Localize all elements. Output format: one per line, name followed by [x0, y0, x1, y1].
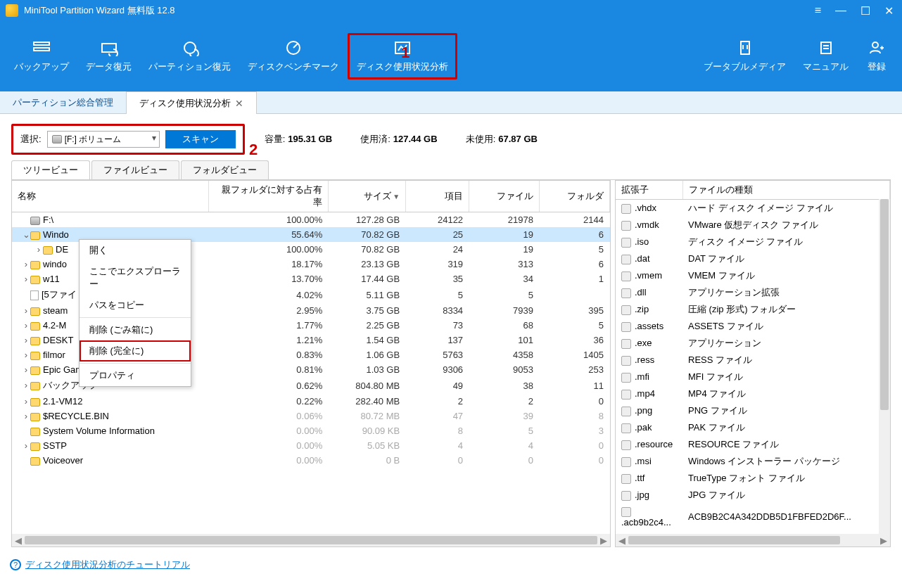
context-menu-item[interactable]: 開く	[80, 240, 191, 261]
extension-row[interactable]: .mfiMFI ファイル	[616, 369, 890, 385]
expand-caret-icon[interactable]: ›	[22, 411, 30, 421]
row-items: 5763	[406, 347, 469, 362]
tree-row[interactable]: ›2.1-VM120.22%282.40 MB220	[12, 394, 610, 409]
context-menu-item[interactable]: パスをコピー	[80, 295, 191, 316]
tool-data-recovery[interactable]: データ復元	[77, 34, 140, 79]
drive-select[interactable]: [F:] ボリューム ▾	[47, 131, 160, 148]
expand-caret-icon[interactable]: ›	[22, 335, 30, 345]
extension-row[interactable]: .exeアプリケーション	[616, 335, 890, 352]
tab-space-analyzer[interactable]: ディスク使用状況分析 ✕	[126, 91, 257, 114]
expand-caret-icon[interactable]: ›	[22, 364, 30, 375]
scrollbar-thumb[interactable]	[880, 199, 889, 410]
extension-row[interactable]: .isoディスク イメージ ファイル	[616, 234, 890, 250]
view-tab-tree[interactable]: ツリービュー	[11, 160, 90, 179]
ext-name: .zip	[635, 304, 649, 314]
col-extension[interactable]: 拡張子	[616, 181, 682, 200]
expand-caret-icon[interactable]: ›	[22, 350, 30, 360]
row-name: F:\	[43, 215, 53, 225]
scrollbar-thumb[interactable]	[25, 536, 597, 544]
minimize-button[interactable]: —	[832, 4, 849, 18]
maximize-button[interactable]: ☐	[858, 4, 873, 18]
folder-icon	[30, 366, 40, 375]
folder-icon	[30, 322, 40, 331]
tree-row[interactable]: F:\100.00%127.28 GB24122219782144	[12, 212, 610, 228]
extension-row[interactable]: .mp4MP4 ファイル	[616, 385, 890, 402]
tool-manual[interactable]: マニュアル	[794, 34, 857, 79]
extension-row[interactable]: .vmemVMEM ファイル	[616, 267, 890, 284]
col-name[interactable]: 名称	[12, 181, 209, 212]
expand-caret-icon[interactable]: ›	[22, 380, 30, 390]
col-files[interactable]: ファイル	[469, 181, 540, 212]
tool-backup[interactable]: バックアップ	[6, 34, 77, 79]
row-ratio: 0.00%	[209, 438, 329, 453]
col-filetype[interactable]: ファイルの種類	[682, 181, 890, 200]
tree-row[interactable]: ›$RECYCLE.BIN0.06%80.72 MB47398	[12, 409, 610, 423]
row-size: 70.82 GB	[329, 227, 406, 242]
horizontal-scrollbar[interactable]: ◀ ▶	[616, 534, 890, 547]
scroll-left-icon[interactable]: ◀	[12, 535, 25, 546]
main-tabs: パーティション総合管理 ディスク使用状況分析 ✕	[0, 91, 902, 114]
view-tab-file[interactable]: ファイルビュー	[91, 160, 179, 179]
extension-row[interactable]: .vhdxハード ディスク イメージ ファイル	[616, 200, 890, 217]
menu-icon[interactable]: ≡	[812, 4, 824, 18]
extension-row[interactable]: .dllアプリケーション拡張	[616, 284, 890, 301]
row-size: 3.75 GB	[329, 303, 406, 318]
context-menu-item[interactable]: 削除 (ごみ箱に)	[80, 319, 191, 340]
expand-caret-icon[interactable]: ›	[22, 259, 30, 269]
extension-row[interactable]: .datDAT ファイル	[616, 250, 890, 267]
extension-row[interactable]: .resourceRESOURCE ファイル	[616, 436, 890, 453]
tool-partition-recovery[interactable]: パーティション復元	[140, 34, 239, 79]
help-icon[interactable]: ?	[10, 559, 21, 570]
expand-caret-icon[interactable]: ›	[22, 274, 30, 284]
filetype-icon	[621, 423, 631, 433]
extension-row[interactable]: .vmdkVMware 仮想ディスク ファイル	[616, 217, 890, 234]
expand-caret-icon[interactable]: ›	[22, 396, 30, 407]
expand-caret-icon[interactable]: ›	[34, 244, 43, 255]
col-ratio[interactable]: 親フォルダに対する占有率	[209, 181, 329, 212]
row-items: 25	[406, 227, 469, 242]
row-size: 0 B	[329, 453, 406, 468]
expand-caret-icon[interactable]: ›	[22, 440, 30, 451]
col-items[interactable]: 項目	[406, 181, 469, 212]
tool-bootable-media[interactable]: ブータブルメディア	[695, 34, 794, 79]
scrollbar-thumb[interactable]	[628, 536, 840, 544]
expand-caret-icon[interactable]: ⌄	[22, 229, 30, 240]
tree-row[interactable]: ›SSTP0.00%5.05 KB440	[12, 438, 610, 453]
row-name: filmor	[43, 350, 65, 360]
col-folders[interactable]: フォルダ	[540, 181, 610, 212]
svg-rect-2	[102, 44, 116, 52]
tutorial-link[interactable]: ディスク使用状況分析のチュートリアル	[25, 558, 190, 571]
view-tab-folder[interactable]: フォルダビュー	[181, 160, 269, 179]
extension-row[interactable]: .ressRESS ファイル	[616, 352, 890, 369]
tab-partition-manager[interactable]: パーティション総合管理	[0, 91, 126, 113]
tree-row[interactable]: System Volume Information0.00%90.09 KB85…	[12, 423, 610, 438]
tool-label: ディスクベンチマーク	[248, 60, 339, 73]
context-menu-item[interactable]: プロパティ	[80, 365, 191, 386]
tool-register[interactable]: 登録	[857, 34, 896, 79]
context-menu-item[interactable]: 削除 (完全に)	[80, 340, 191, 362]
tool-benchmark[interactable]: ディスクベンチマーク	[239, 34, 348, 79]
footer: ? ディスク使用状況分析のチュートリアル	[0, 553, 902, 577]
col-size[interactable]: サイズ▼	[329, 181, 406, 212]
close-button[interactable]: ✕	[882, 4, 896, 18]
extension-row[interactable]: .acb9b2c4...ACB9B2C4A342DDB5D1FBFED2D6F.…	[616, 504, 890, 530]
extension-row[interactable]: .zip圧縮 (zip 形式) フォルダー	[616, 301, 890, 318]
scroll-right-icon[interactable]: ▶	[597, 535, 610, 546]
expand-caret-icon[interactable]: ›	[22, 305, 30, 316]
tab-close-icon[interactable]: ✕	[235, 98, 243, 109]
expand-caret-icon[interactable]: ›	[22, 320, 30, 331]
context-menu-item[interactable]: ここでエクスプローラー	[80, 261, 191, 295]
scan-button[interactable]: スキャン	[165, 130, 236, 148]
row-items: 73	[406, 318, 469, 333]
vertical-scrollbar[interactable]	[879, 199, 890, 534]
tree-row[interactable]: Voiceover0.00%0 B000	[12, 453, 610, 468]
extension-row[interactable]: .jpgJPG ファイル	[616, 487, 890, 504]
extension-row[interactable]: .assetsASSETS ファイル	[616, 318, 890, 335]
horizontal-scrollbar[interactable]: ◀ ▶	[12, 534, 610, 547]
extension-row[interactable]: .ttfTrueType フォント ファイル	[616, 470, 890, 487]
scroll-right-icon[interactable]: ▶	[877, 535, 890, 546]
scroll-left-icon[interactable]: ◀	[616, 535, 628, 546]
extension-row[interactable]: .pngPNG ファイル	[616, 402, 890, 419]
extension-row[interactable]: .pakPAK ファイル	[616, 419, 890, 436]
extension-row[interactable]: .msiWindows インストーラー パッケージ	[616, 453, 890, 470]
